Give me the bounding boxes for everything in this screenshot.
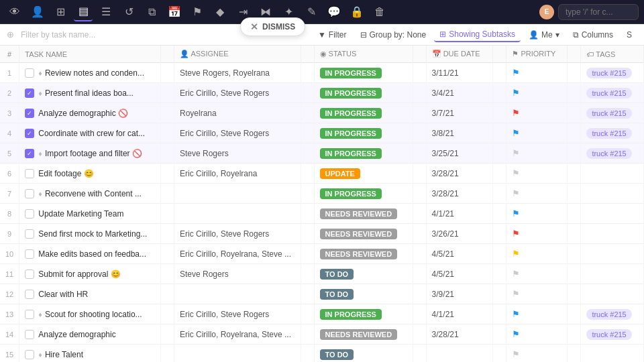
priority-cell: ⚑ — [506, 264, 568, 284]
row-checkbox[interactable] — [25, 229, 34, 239]
row-checkbox[interactable] — [25, 269, 34, 279]
status-badge: TO DO — [320, 269, 354, 280]
status-badge: NEEDS REVIEWED — [320, 229, 398, 239]
edit-icon[interactable]: ✎ — [302, 3, 321, 21]
lock-icon[interactable]: 🔒 — [347, 3, 366, 21]
table-row: 14Analyze demographicEric Cirillo, Royel… — [0, 324, 644, 345]
task-extra-cell — [160, 284, 174, 304]
task-type-icon: ♦ — [38, 89, 42, 97]
tag-badge: truck #215 — [586, 88, 631, 99]
priority-extra-cell — [568, 264, 581, 284]
row-checkbox[interactable]: ✓ — [25, 149, 34, 158]
task-name-cell[interactable]: Analyze demographic — [19, 324, 161, 345]
task-name-cell[interactable]: ♦Hire Talent — [19, 345, 161, 363]
row-checkbox[interactable] — [25, 249, 34, 259]
eye-icon[interactable]: 👁 — [5, 3, 24, 21]
task-name-cell[interactable]: ✓♦Present final ideas boa... — [19, 83, 161, 103]
status-extra-cell — [413, 103, 426, 123]
group-icon: ⊟ — [360, 30, 367, 40]
task-extra-cell — [160, 324, 174, 345]
priority-cell: ⚑ — [506, 284, 568, 304]
row-checkbox[interactable] — [25, 290, 34, 299]
assignee-extra-cell — [301, 63, 314, 83]
row-number-cell: 7 — [0, 184, 19, 204]
table-row: 13♦Scout for shooting locatio...Eric Cir… — [0, 304, 644, 324]
diamond-icon[interactable]: ◆ — [211, 3, 229, 21]
status-extra-cell — [413, 345, 426, 363]
row-checkbox[interactable] — [25, 209, 34, 219]
task-name-cell[interactable]: Edit footage 😊 — [19, 164, 161, 184]
status-cell: NEEDS REVIEWED — [314, 244, 413, 264]
user-icon[interactable]: 👤 — [28, 3, 47, 21]
s-button[interactable]: S — [621, 28, 637, 42]
row-checkbox[interactable]: ✓ — [25, 129, 34, 138]
priority-flag-icon: ⚑ — [512, 309, 520, 319]
row-checkbox[interactable] — [25, 68, 34, 78]
chat-icon[interactable]: 💬 — [325, 3, 343, 21]
row-checkbox[interactable] — [25, 310, 34, 319]
col-status: ◉ STATUS — [314, 46, 413, 63]
close-icon: ✕ — [250, 21, 258, 32]
task-name-text: Hire Talent — [45, 350, 83, 359]
redo-icon[interactable]: ↺ — [119, 3, 138, 21]
priority-extra-cell — [568, 63, 581, 83]
trash-icon[interactable]: 🗑 — [370, 3, 389, 21]
table-icon[interactable]: ▤ — [74, 3, 93, 21]
assignee-cell: Eric Cirillo, Steve Rogers — [174, 83, 301, 103]
task-name-cell[interactable]: Update Marketing Team — [19, 204, 161, 224]
filter-button[interactable]: ▼ Filter — [313, 28, 352, 42]
col-priority: ⚑ PRIORITY — [506, 46, 568, 63]
table-row: 3✓Analyze demographic 🚫RoyelranaIN PROGR… — [0, 103, 644, 123]
row-checkbox[interactable]: ✓ — [25, 88, 34, 98]
status-cell: TO DO — [314, 284, 413, 304]
due-date-cell: 4/5/21 — [426, 244, 493, 264]
task-name-cell[interactable]: ✓Analyze demographic 🚫 — [19, 103, 161, 123]
columns-button[interactable]: ⧉ Columns — [568, 28, 619, 42]
grid-icon[interactable]: ⊞ — [51, 3, 70, 21]
task-name-cell[interactable]: Clear with HR — [19, 284, 161, 304]
due-date-cell — [426, 345, 493, 363]
table-row: 2✓♦Present final ideas boa...Eric Cirill… — [0, 83, 644, 103]
flag-icon[interactable]: ⚑ — [188, 3, 207, 21]
due-extra-cell — [493, 264, 506, 284]
table-row: 8Update Marketing TeamNEEDS REVIEWED4/1/… — [0, 204, 644, 224]
task-name-cell[interactable]: Submit for approval 😊 — [19, 264, 161, 284]
calendar-icon[interactable]: 📅 — [165, 3, 184, 21]
priority-extra-cell — [568, 304, 581, 324]
task-name-cell[interactable]: ♦Reconvene with Content ... — [19, 184, 161, 204]
assignee-cell — [174, 345, 301, 363]
tags-cell: truck #215 — [581, 103, 644, 123]
task-name-cell[interactable]: ♦Scout for shooting locatio... — [19, 304, 161, 324]
col-num: # — [0, 46, 19, 63]
user-avatar: E — [539, 5, 554, 19]
row-number-cell: 11 — [0, 264, 19, 284]
group-by-button[interactable]: ⊟ Group by: None — [355, 28, 432, 42]
assignee-extra-cell — [301, 123, 314, 143]
row-checkbox[interactable] — [25, 189, 34, 198]
priority-cell: ⚑ — [506, 324, 568, 345]
row-checkbox[interactable] — [25, 330, 34, 339]
task-name-cell[interactable]: ✓♦Import footage and filter 🚫 — [19, 143, 161, 164]
tags-cell — [581, 184, 644, 204]
task-extra-cell — [160, 244, 174, 264]
due-date-cell: 3/28/21 — [426, 184, 493, 204]
due-date-cell: 3/7/21 — [426, 103, 493, 123]
priority-extra-cell — [568, 123, 581, 143]
showing-subtasks-button[interactable]: ⊞ Showing Subtasks — [434, 27, 521, 42]
row-number-cell: 13 — [0, 304, 19, 324]
list-icon[interactable]: ☰ — [97, 3, 115, 21]
row-checkbox[interactable] — [25, 169, 34, 178]
filter-search-input[interactable] — [17, 29, 117, 41]
row-checkbox[interactable]: ✓ — [25, 109, 34, 118]
me-button[interactable]: 👤 Me ▾ — [523, 28, 565, 42]
task-name-cell[interactable]: ♦Review notes and conden... — [19, 63, 161, 83]
status-badge: UPDATE — [320, 168, 360, 179]
command-input[interactable] — [558, 4, 639, 20]
col-due-date: 📅 DUE DATE — [426, 46, 493, 63]
dismiss-popup[interactable]: ✕ DISMISS — [240, 17, 305, 36]
task-name-cell[interactable]: ✓Coordinate with crew for cat... — [19, 123, 161, 143]
task-name-cell[interactable]: Send first mock to Marketing... — [19, 224, 161, 244]
copy-icon[interactable]: ⧉ — [142, 3, 161, 21]
task-name-cell[interactable]: Make edits based on feedba... — [19, 244, 161, 264]
row-checkbox[interactable] — [25, 350, 34, 359]
